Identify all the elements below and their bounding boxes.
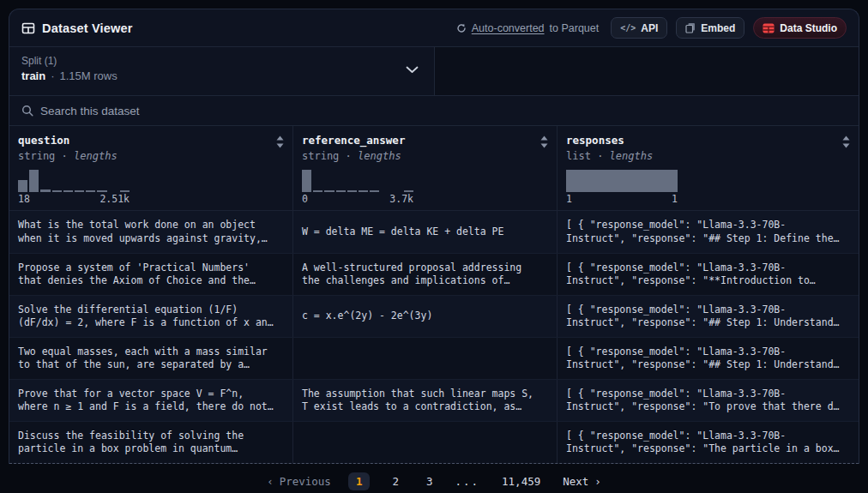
- card-header: Dataset Viewer Auto-converted to Parquet…: [9, 9, 859, 47]
- column-type: string · lengths: [302, 150, 548, 162]
- chevron-down-icon: [406, 66, 419, 74]
- auto-converted-note: Auto-converted to Parquet: [456, 22, 599, 34]
- table-row: What is the total work done on an object…: [9, 211, 859, 253]
- split-label: Split (1): [21, 55, 422, 67]
- split-row-spacer: [435, 47, 859, 95]
- cell-responses[interactable]: [ { "response_model": "Llama-3.3-70B- In…: [557, 422, 859, 463]
- column-header-question: question string · lengths 18 2.51k: [9, 126, 292, 210]
- title-group: Dataset Viewer: [21, 21, 133, 35]
- table-body: What is the total work done on an object…: [9, 211, 859, 464]
- cell-reference-answer[interactable]: c = x.e^(2y) - 2e^(3y): [292, 296, 557, 337]
- cell-question[interactable]: Prove that for a vector space V = F^n, w…: [9, 380, 292, 421]
- table-row: Prove that for a vector space V = F^n, w…: [9, 379, 859, 421]
- split-row-count: 1.15M rows: [60, 69, 118, 82]
- embed-button[interactable]: Embed: [676, 17, 744, 39]
- cell-reference-answer[interactable]: [292, 338, 557, 379]
- cell-question[interactable]: What is the total work done on an object…: [9, 211, 292, 253]
- dataset-viewer-card: Dataset Viewer Auto-converted to Parquet…: [9, 9, 859, 464]
- histogram-reference-answer[interactable]: [302, 170, 413, 192]
- histogram-max: 3.7k: [389, 193, 413, 205]
- cell-reference-answer[interactable]: W = delta ME = delta KE + delta PE: [292, 211, 557, 253]
- cell-responses[interactable]: [ { "response_model": "Llama-3.3-70B- In…: [557, 211, 859, 253]
- cell-question[interactable]: Propose a system of 'Practical Numbers' …: [9, 254, 292, 295]
- histogram-max: 1: [672, 193, 678, 205]
- histogram-min: 0: [302, 193, 308, 205]
- cell-reference-answer[interactable]: A well-structured proposal addressing th…: [292, 254, 557, 295]
- page-title: Dataset Viewer: [42, 21, 133, 35]
- search-icon: [21, 105, 33, 117]
- header-actions: Auto-converted to Parquet </> API Embed: [456, 17, 847, 39]
- chevron-right-icon: ›: [594, 475, 601, 488]
- cell-reference-answer[interactable]: [292, 422, 557, 463]
- previous-page-button[interactable]: ‹ Previous: [267, 475, 331, 488]
- next-label: Next: [563, 475, 588, 488]
- table-grid-icon: [21, 21, 35, 35]
- histogram-question[interactable]: [18, 170, 130, 192]
- cell-reference-answer[interactable]: The assumption that such linear maps S, …: [292, 380, 557, 421]
- data-studio-button[interactable]: Data Studio: [753, 17, 847, 39]
- page-button-1[interactable]: 1: [348, 472, 371, 490]
- red-table-icon: [763, 23, 775, 33]
- api-button-label: API: [641, 22, 658, 34]
- sort-icon[interactable]: [276, 135, 284, 148]
- page-button-last[interactable]: 11,459: [497, 472, 546, 490]
- column-type: list · lengths: [566, 150, 850, 162]
- cell-question[interactable]: Solve the differential equation (1/F) (d…: [9, 296, 292, 337]
- histogram-labels: 1 1: [566, 193, 678, 205]
- column-name: reference_answer: [302, 134, 405, 147]
- page-button-3[interactable]: 3: [421, 472, 438, 490]
- table-row: Propose a system of 'Practical Numbers' …: [9, 253, 859, 295]
- search-input[interactable]: [40, 105, 847, 117]
- histogram-labels: 18 2.51k: [18, 193, 130, 205]
- page-ellipsis: ...: [455, 475, 479, 488]
- sort-icon[interactable]: [540, 135, 548, 148]
- table-row: Solve the differential equation (1/F) (d…: [9, 295, 859, 337]
- refresh-icon: [456, 23, 467, 33]
- column-name: question: [18, 134, 69, 147]
- pagination: ‹ Previous 1 2 3 ... 11,459 Next ›: [0, 464, 868, 493]
- chevron-left-icon: ‹: [267, 475, 274, 488]
- column-name: responses: [566, 134, 624, 147]
- histogram-min: 18: [18, 193, 30, 205]
- data-studio-button-label: Data Studio: [780, 22, 837, 34]
- cell-responses[interactable]: [ { "response_model": "Llama-3.3-70B- In…: [557, 338, 859, 379]
- table-header: question string · lengths 18 2.51k refer…: [9, 126, 859, 211]
- cell-question[interactable]: Two equal masses, each with a mass simil…: [9, 338, 292, 379]
- split-value: train · 1.15M rows: [21, 69, 422, 82]
- table-row: Two equal masses, each with a mass simil…: [9, 337, 859, 379]
- search-row: [9, 96, 859, 126]
- sort-icon[interactable]: [842, 135, 850, 148]
- split-row: Split (1) train · 1.15M rows: [9, 47, 859, 96]
- page-button-2[interactable]: 2: [387, 472, 404, 490]
- code-icon: </>: [620, 23, 636, 33]
- cell-responses[interactable]: [ { "response_model": "Llama-3.3-70B- In…: [557, 380, 859, 421]
- cell-question[interactable]: Discuss the feasibility of solving the p…: [9, 422, 292, 463]
- column-header-reference-answer: reference_answer string · lengths 0 3.7k: [292, 126, 557, 210]
- column-header-responses: responses list · lengths 1 1: [557, 126, 859, 210]
- histogram-labels: 0 3.7k: [302, 193, 413, 205]
- api-button[interactable]: </> API: [611, 17, 667, 39]
- histogram-min: 1: [566, 193, 572, 205]
- cell-responses[interactable]: [ { "response_model": "Llama-3.3-70B- In…: [557, 296, 859, 337]
- next-page-button[interactable]: Next ›: [563, 475, 601, 488]
- cell-responses[interactable]: [ { "response_model": "Llama-3.3-70B- In…: [557, 254, 859, 295]
- table-row: Discuss the feasibility of solving the p…: [9, 421, 859, 463]
- split-selector[interactable]: Split (1) train · 1.15M rows: [9, 47, 435, 95]
- auto-converted-link[interactable]: Auto-converted: [472, 22, 545, 34]
- auto-converted-suffix: to Parquet: [550, 22, 600, 34]
- previous-label: Previous: [280, 475, 331, 488]
- split-separator: ·: [51, 69, 54, 82]
- embed-button-label: Embed: [701, 22, 735, 34]
- histogram-responses[interactable]: [566, 170, 678, 192]
- histogram-max: 2.51k: [99, 193, 130, 205]
- column-type: string · lengths: [18, 150, 284, 162]
- copy-icon: [685, 22, 696, 33]
- split-name: train: [21, 69, 45, 82]
